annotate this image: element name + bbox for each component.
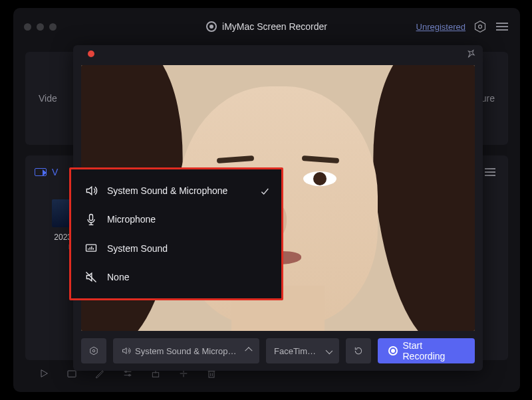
refresh-icon: [354, 345, 363, 357]
mode-left-text: Vide: [39, 93, 57, 104]
camera-source-label: FaceTime …: [274, 346, 320, 356]
svg-marker-2: [41, 370, 47, 377]
audio-option-system[interactable]: System Sound: [71, 237, 281, 260]
audio-source-label: System Sound & Microphone: [135, 346, 239, 356]
float-settings-button[interactable]: [81, 338, 106, 363]
speaker-icon: [84, 184, 98, 197]
system-sound-icon: [84, 242, 98, 255]
gear-icon[interactable]: [473, 20, 487, 33]
titlebar: iMyMac Screen Recorder Unregistered: [13, 8, 520, 45]
microphone-icon: [84, 213, 98, 226]
camera-source-dropdown[interactable]: FaceTime …: [266, 338, 339, 363]
svg-rect-10: [209, 371, 214, 377]
svg-marker-14: [90, 347, 98, 355]
registration-link[interactable]: Unregistered: [416, 22, 466, 32]
audio-option-none[interactable]: None: [71, 265, 281, 289]
record-indicator-icon: [88, 50, 94, 57]
mute-icon: [84, 270, 98, 284]
menu-icon[interactable]: [495, 19, 509, 34]
svg-rect-19: [86, 245, 96, 251]
audio-option-label: None: [107, 272, 129, 282]
gear-icon: [89, 344, 98, 357]
speaker-icon: [121, 346, 131, 356]
record-icon: [388, 346, 398, 355]
check-icon: [258, 186, 271, 199]
chevron-up-icon: [245, 348, 253, 355]
record-logo-icon: [206, 21, 217, 32]
play-icon[interactable]: [39, 368, 49, 379]
audio-option-label: Microphone: [107, 214, 156, 225]
float-titlebar: [73, 45, 483, 62]
svg-point-1: [479, 25, 482, 29]
list-view-toggle[interactable]: [481, 165, 499, 179]
audio-source-dropdown[interactable]: System Sound & Microphone: [113, 338, 259, 363]
start-recording-label: Start Recording: [403, 340, 465, 361]
audio-source-menu: System Sound & Microphone Microphone Sys…: [69, 167, 283, 300]
svg-rect-16: [90, 215, 93, 221]
chevron-down-icon: [325, 348, 332, 355]
svg-rect-3: [68, 371, 76, 377]
audio-option-system-and-mic[interactable]: System Sound & Microphone: [71, 179, 281, 203]
audio-option-mic[interactable]: Microphone: [71, 207, 281, 231]
refresh-button[interactable]: [346, 338, 371, 363]
svg-marker-0: [475, 21, 485, 33]
list-tab-label[interactable]: V: [52, 167, 58, 177]
svg-point-15: [92, 350, 95, 352]
pin-icon[interactable]: [466, 49, 476, 59]
camera-icon: [35, 168, 47, 176]
audio-option-label: System Sound & Microphone: [107, 185, 227, 196]
start-recording-button[interactable]: Start Recording: [378, 338, 475, 363]
float-controls: System Sound & Microphone FaceTime … Sta…: [73, 331, 483, 371]
audio-option-label: System Sound: [107, 243, 168, 254]
app-title-text: iMyMac Screen Recorder: [222, 21, 327, 32]
